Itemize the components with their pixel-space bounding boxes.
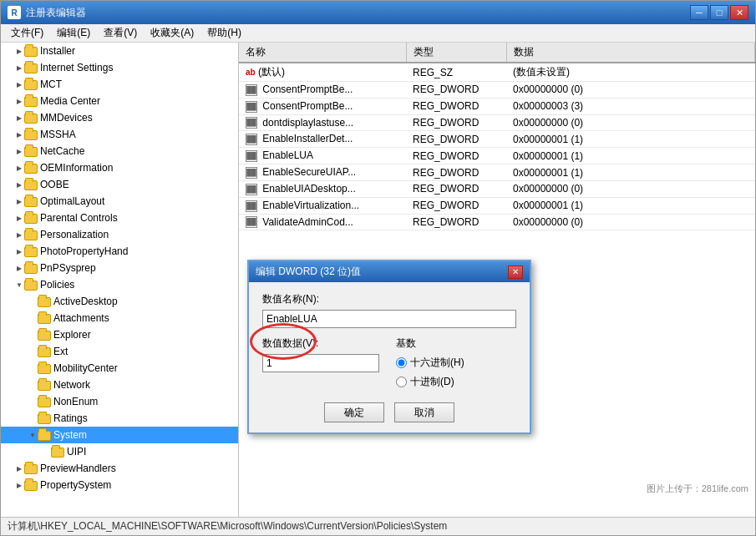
tree-label: PnPSysprep — [40, 262, 96, 274]
tree-item-oobe[interactable]: ▶ OOBE — [1, 176, 238, 193]
table-row[interactable]: ██ EnableSecureUIAP... REG_DWORD 0x00000… — [239, 164, 755, 181]
tree-item-media-center[interactable]: ▶ Media Center — [1, 93, 238, 109]
tree-arrow: ▶ — [14, 46, 24, 56]
table-row[interactable]: ██ dontdisplaylastuse... REG_DWORD 0x000… — [239, 114, 755, 131]
tree-item-propertysystem[interactable]: ▶ PropertySystem — [1, 477, 238, 493]
tree-item-internet-settings[interactable]: ▶ Internet Settings — [1, 59, 238, 76]
dialog-middle-section: 数值数据(V): 基数 十六进制(H) 十进制(D) — [262, 336, 516, 394]
cell-type: REG_DWORD — [406, 114, 506, 131]
tree-item-attachments[interactable]: ▶ Attachments — [1, 310, 238, 326]
tree-label: OOBE — [40, 179, 69, 190]
menu-help[interactable]: 帮助(H) — [200, 24, 248, 42]
value-name-input[interactable] — [262, 310, 516, 328]
hex-radio-item[interactable]: 十六进制(H) — [396, 356, 516, 370]
menu-favorites[interactable]: 收藏夹(A) — [144, 24, 200, 42]
tree-item-network[interactable]: ▶ Network — [1, 377, 238, 393]
col-type: 类型 — [406, 43, 506, 63]
tree-item-uipi[interactable]: ▶ UIPI — [1, 443, 238, 460]
watermark: 图片上传于：281life.com — [647, 483, 748, 495]
tree-label: Policies — [40, 279, 74, 291]
dec-radio[interactable] — [396, 377, 407, 387]
ok-button[interactable]: 确定 — [324, 402, 384, 422]
table-row[interactable]: ██ EnableInstallerDet... REG_DWORD 0x000… — [239, 131, 755, 148]
tree-arrow: ▶ — [14, 79, 24, 89]
cell-data: 0x00000001 (1) — [506, 148, 755, 164]
tree-arrow: ▶ — [14, 196, 24, 206]
menu-file[interactable]: 文件(F) — [4, 24, 50, 42]
maximize-button[interactable]: □ — [710, 5, 728, 20]
dialog-close-button[interactable]: ✕ — [508, 265, 523, 279]
menu-bar: 文件(F) 编辑(E) 查看(V) 收藏夹(A) 帮助(H) — [1, 24, 755, 43]
tree-item-activedesktop[interactable]: ▶ ActiveDesktop — [1, 293, 238, 310]
value-name-row: 数值名称(N): — [262, 292, 516, 328]
tree-label: OEMInformation — [40, 162, 113, 174]
menu-edit[interactable]: 编辑(E) — [50, 24, 97, 42]
tree-item-mssha[interactable]: ▶ MSSHA — [1, 126, 238, 143]
table-row[interactable]: ██ EnableVirtualization... REG_DWORD 0x0… — [239, 197, 755, 214]
table-row[interactable]: ██ ValidateAdminCod... REG_DWORD 0x00000… — [239, 214, 755, 230]
dword-icon: ██ — [246, 167, 257, 179]
cell-type: REG_DWORD — [406, 214, 506, 230]
tree-item-mct[interactable]: ▶ MCT — [1, 76, 238, 93]
dword-icon: ██ — [246, 84, 257, 96]
tree-arrow: ▶ — [28, 330, 38, 340]
tree-item-system[interactable]: ▼ System — [1, 427, 238, 443]
tree-item-nonenum[interactable]: ▶ NonEnum — [1, 393, 238, 410]
tree-arrow: ▶ — [14, 230, 24, 240]
folder-icon — [24, 95, 38, 107]
cell-data: (数值未设置) — [506, 63, 755, 82]
tree-item-oeminformation[interactable]: ▶ OEMInformation — [1, 159, 238, 176]
table-row[interactable]: ab (默认) REG_SZ (数值未设置) — [239, 63, 755, 82]
tree-item-personalization[interactable]: ▶ Personalization — [1, 226, 238, 243]
tree-item-previewhandlers[interactable]: ▶ PreviewHandlers — [1, 460, 238, 477]
hex-radio[interactable] — [396, 357, 407, 368]
cell-name: ██ dontdisplaylastuse... — [239, 114, 406, 131]
cell-data: 0x00000000 (0) — [506, 82, 755, 99]
tree-item-parental-controls[interactable]: ▶ Parental Controls — [1, 210, 238, 226]
cell-name: ██ ConsentPromptBe... — [239, 82, 406, 99]
tree-item-mobilitycenter[interactable]: ▶ MobilityCenter — [1, 360, 238, 377]
tree-item-netcache[interactable]: ▶ NetCache — [1, 143, 238, 159]
folder-icon — [51, 446, 64, 458]
folder-icon — [24, 195, 38, 207]
table-row[interactable]: ██ EnableUIADesktop... REG_DWORD 0x00000… — [239, 180, 755, 197]
tree-arrow: ▶ — [14, 480, 24, 490]
folder-icon — [38, 396, 51, 407]
table-row[interactable]: ██ ConsentPromptBe... REG_DWORD 0x000000… — [239, 82, 755, 99]
folder-icon — [24, 62, 38, 73]
menu-view[interactable]: 查看(V) — [97, 24, 144, 42]
tree-item-explorer[interactable]: ▶ Explorer — [1, 326, 238, 343]
tree-arrow: ▶ — [14, 63, 24, 73]
value-name-label: 数值名称(N): — [262, 292, 516, 306]
tree-item-photopropertyhand[interactable]: ▶ PhotoPropertyHand — [1, 243, 238, 260]
folder-icon — [24, 129, 38, 140]
tree-arrow: ▶ — [28, 397, 38, 407]
tree-arrow: ▶ — [14, 246, 24, 256]
tree-item-optimallayout[interactable]: ▶ OptimalLayout — [1, 193, 238, 210]
tree-label: Internet Settings — [40, 62, 113, 73]
cell-data: 0x00000001 (1) — [506, 131, 755, 148]
tree-arrow: ▶ — [28, 296, 38, 306]
table-row[interactable]: ██ ConsentPromptBe... REG_DWORD 0x000000… — [239, 98, 755, 114]
registry-table: 名称 类型 数据 ab (默认) REG_SZ (数值未设置) ██ Conse… — [239, 43, 755, 230]
table-row[interactable]: ██ EnableLUA REG_DWORD 0x00000001 (1) — [239, 148, 755, 164]
value-data-input[interactable] — [262, 354, 379, 372]
dec-radio-item[interactable]: 十进制(D) — [396, 375, 516, 389]
tree-item-installer[interactable]: ▶ Installer — [1, 43, 238, 59]
cell-type: REG_DWORD — [406, 82, 506, 99]
tree-item-ext[interactable]: ▶ Ext — [1, 343, 238, 360]
cancel-button[interactable]: 取消 — [394, 402, 454, 422]
tree-item-pnpsysprep[interactable]: ▶ PnPSysprep — [1, 260, 238, 276]
folder-icon — [24, 479, 38, 491]
tree-label: Ratings — [53, 412, 88, 424]
tree-item-mmdevices[interactable]: ▶ MMDevices — [1, 109, 238, 126]
tree-label: Media Center — [40, 95, 100, 107]
cell-name: ██ EnableVirtualization... — [239, 197, 406, 214]
tree-item-ratings[interactable]: ▶ Ratings — [1, 410, 238, 427]
tree-arrow: ▶ — [14, 163, 24, 173]
minimize-button[interactable]: ─ — [690, 5, 708, 20]
tree-item-policies[interactable]: ▼ Policies — [1, 276, 238, 293]
tree-label: UIPI — [67, 446, 86, 458]
tree-label: Attachments — [53, 312, 109, 324]
close-button[interactable]: ✕ — [730, 5, 748, 20]
